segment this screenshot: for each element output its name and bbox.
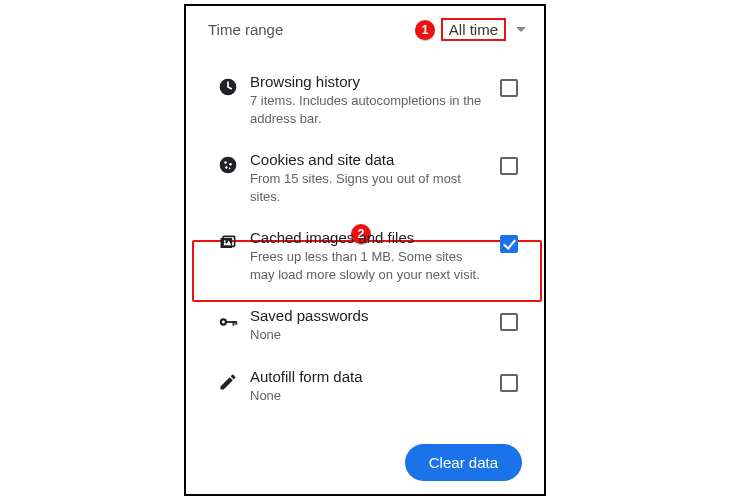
- checkbox-cookies[interactable]: [500, 157, 518, 175]
- item-title: Autofill form data: [250, 368, 484, 385]
- checkbox-cached[interactable]: [500, 235, 518, 253]
- list-item-autofill[interactable]: Autofill form data None: [186, 356, 544, 417]
- svg-point-1: [220, 157, 237, 174]
- key-icon: [217, 311, 239, 333]
- chevron-down-icon: [516, 27, 526, 32]
- time-range-row: Time range All time: [186, 6, 544, 51]
- item-desc: 7 items. Includes autocompletions in the…: [250, 92, 484, 127]
- item-desc: None: [250, 387, 484, 405]
- list-item-cached[interactable]: Cached images and files Frees up less th…: [186, 217, 544, 295]
- svg-rect-11: [226, 321, 236, 323]
- list-item-cookies[interactable]: Cookies and site data From 15 sites. Sig…: [186, 139, 544, 217]
- item-desc: None: [250, 326, 484, 344]
- item-title: Cookies and site data: [250, 151, 484, 168]
- time-range-value: All time: [441, 18, 506, 41]
- clock-icon: [218, 77, 238, 97]
- item-title: Browsing history: [250, 73, 484, 90]
- list-item-browsing-history[interactable]: Browsing history 7 items. Includes autoc…: [186, 61, 544, 139]
- pencil-icon: [218, 372, 238, 392]
- item-desc: From 15 sites. Signs you out of most sit…: [250, 170, 484, 205]
- annotation-badge-1: 1: [415, 20, 435, 40]
- svg-rect-12: [233, 321, 235, 326]
- item-desc: Frees up less than 1 MB. Some sites may …: [250, 248, 484, 283]
- clear-data-button[interactable]: Clear data: [405, 444, 522, 481]
- image-stack-icon: [218, 233, 238, 253]
- item-title: Saved passwords: [250, 307, 484, 324]
- svg-point-4: [225, 166, 228, 169]
- svg-point-3: [229, 163, 232, 166]
- svg-rect-13: [235, 321, 237, 325]
- svg-point-2: [224, 161, 227, 164]
- svg-point-5: [229, 168, 231, 170]
- item-title: Cached images and files: [250, 229, 484, 246]
- time-range-select[interactable]: All time: [441, 18, 526, 41]
- svg-point-7: [224, 240, 226, 242]
- svg-point-10: [222, 321, 225, 324]
- clear-browsing-data-dialog: Time range All time 1 2 3 Browsing histo…: [184, 4, 546, 496]
- checkbox-autofill[interactable]: [500, 374, 518, 392]
- time-range-label: Time range: [208, 21, 441, 38]
- checkbox-browsing-history[interactable]: [500, 79, 518, 97]
- dialog-footer: Clear data: [186, 430, 544, 494]
- options-list: Browsing history 7 items. Includes autoc…: [186, 51, 544, 416]
- checkbox-passwords[interactable]: [500, 313, 518, 331]
- cookie-icon: [218, 155, 238, 175]
- list-item-passwords[interactable]: Saved passwords None: [186, 295, 544, 356]
